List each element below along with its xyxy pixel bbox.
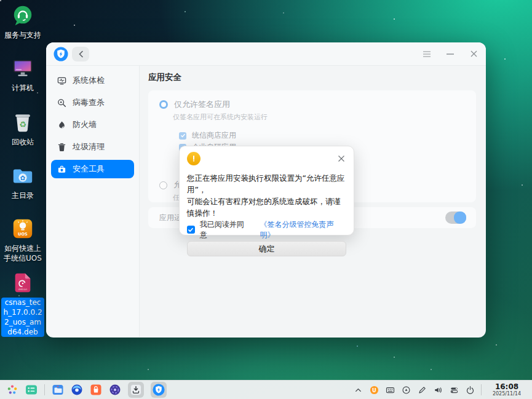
virus-scan-icon bbox=[57, 98, 66, 108]
menu-button[interactable] bbox=[422, 49, 432, 59]
confirm-button[interactable]: 确定 bbox=[187, 241, 346, 256]
minimize-button[interactable] bbox=[445, 49, 455, 59]
tray-assistant-icon[interactable] bbox=[401, 385, 411, 395]
sidebar-item-label: 系统体检 bbox=[73, 75, 105, 86]
dialog-message: 您正在将应用安装执行权限设置为“允许任意应用”， 可能会让有害程序对您的系统造成… bbox=[187, 172, 346, 219]
agree-label: 我已阅读并同意 bbox=[200, 219, 250, 240]
launcher-icon[interactable] bbox=[6, 384, 18, 396]
agree-row[interactable]: 我已阅读并同意 《签名分级管控免责声明》 bbox=[187, 224, 346, 235]
radio-description: 仅签名应用可在系统内安装运行 bbox=[173, 113, 465, 122]
chevron-left-icon bbox=[78, 50, 84, 58]
clock-date: 2025/11/14 bbox=[488, 392, 526, 397]
sidebar-item-virus-scan[interactable]: 病毒查杀 bbox=[51, 93, 134, 112]
computer-icon bbox=[11, 57, 34, 80]
browser-icon[interactable] bbox=[71, 384, 83, 396]
minimize-icon bbox=[447, 53, 454, 55]
tray-volume-icon[interactable] bbox=[433, 385, 443, 395]
desktop-icon-service-support[interactable]: 服务与支持 bbox=[1, 4, 44, 40]
toggle-knob bbox=[454, 211, 466, 224]
titlebar bbox=[46, 42, 486, 66]
sidebar-item-label: 病毒查杀 bbox=[73, 97, 105, 108]
desktop-icon-label: 计算机 bbox=[12, 83, 34, 93]
dialog-message-line1: 您正在将应用安装执行权限设置为“允许任意应用”， bbox=[187, 172, 346, 196]
trash-cleanup-icon bbox=[57, 143, 66, 152]
close-button[interactable] bbox=[469, 49, 478, 59]
deb-package-icon: debian bbox=[11, 271, 34, 294]
desktop: 服务与支持 计算机 ♻ 回收站 主目录 bbox=[0, 0, 532, 399]
desktop-icon-computer[interactable]: 计算机 bbox=[1, 57, 44, 93]
svg-text:UOS: UOS bbox=[18, 232, 28, 237]
dialog-close-button[interactable] bbox=[338, 153, 346, 162]
sidebar-item-label: 垃圾清理 bbox=[73, 141, 105, 152]
clock-time: 16:08 bbox=[488, 383, 526, 390]
deb-installer-taskbar-item[interactable] bbox=[128, 382, 144, 398]
desktop-icon-uos-guide[interactable]: UOS 如何快速上手统信UOS bbox=[1, 217, 44, 263]
desktop-icon-label: 如何快速上手统信UOS bbox=[2, 243, 43, 263]
radio-selected-icon[interactable] bbox=[159, 100, 168, 109]
system-check-icon bbox=[57, 76, 66, 85]
security-tools-icon bbox=[57, 165, 66, 174]
sidebar: 系统体检 病毒查杀 防火墙 bbox=[46, 66, 140, 337]
firewall-icon bbox=[57, 120, 66, 130]
svg-text:♻: ♻ bbox=[19, 120, 26, 129]
runtime-toggle-switch[interactable] bbox=[445, 211, 466, 224]
page-title: 应用安全 bbox=[148, 72, 476, 84]
check-icon bbox=[180, 133, 186, 138]
close-icon bbox=[470, 50, 477, 57]
security-center-icon bbox=[153, 384, 165, 396]
deb-installer-icon bbox=[130, 384, 142, 396]
tray-uos-update-icon[interactable]: U bbox=[369, 385, 379, 395]
agree-checkbox-checked[interactable] bbox=[187, 226, 195, 234]
file-manager-icon[interactable] bbox=[52, 384, 64, 396]
sidebar-item-system-check[interactable]: 系统体检 bbox=[51, 71, 134, 90]
desktop-icon-trash[interactable]: ♻ 回收站 bbox=[1, 111, 44, 147]
svg-text:debian: debian bbox=[18, 288, 28, 291]
checkbox-label: 统信商店应用 bbox=[192, 130, 236, 141]
home-folder-icon bbox=[11, 164, 34, 188]
sidebar-item-label: 防火墙 bbox=[73, 119, 97, 130]
security-center-taskbar-item[interactable] bbox=[151, 382, 167, 398]
desktop-icon-deb-file[interactable]: debian csnas_tech_17.0.0.22_uos_amd64.de… bbox=[1, 271, 44, 337]
sidebar-item-cleanup[interactable]: 垃圾清理 bbox=[51, 138, 134, 156]
disclaimer-link[interactable]: 《签名分级管控免责声明》 bbox=[260, 219, 346, 240]
hamburger-menu-icon bbox=[423, 51, 431, 57]
desktop-icon-label: 服务与支持 bbox=[4, 30, 41, 40]
radio-signed-apps-only[interactable]: 仅允许签名应用 bbox=[159, 99, 465, 110]
desktop-icon-home[interactable]: 主目录 bbox=[1, 164, 44, 200]
tray-dock-settings-icon[interactable] bbox=[449, 385, 459, 395]
tray-expand-icon[interactable] bbox=[353, 385, 363, 395]
desktop-icon-label: 主目录 bbox=[12, 191, 34, 200]
sidebar-item-firewall[interactable]: 防火墙 bbox=[51, 116, 134, 134]
tray-power-icon[interactable] bbox=[465, 385, 475, 395]
back-button[interactable] bbox=[72, 47, 89, 61]
checkbox-checked-icon[interactable] bbox=[179, 132, 186, 140]
radio-label: 仅允许签名应用 bbox=[174, 99, 230, 110]
wallpaper-stars bbox=[0, 0, 1, 1]
warning-dialog: 您正在将应用安装执行权限设置为“允许任意应用”， 可能会让有害程序对您的系统造成… bbox=[179, 146, 354, 235]
svg-text:U: U bbox=[372, 387, 376, 393]
close-icon bbox=[338, 155, 345, 162]
warning-icon bbox=[187, 152, 200, 165]
radio-unselected-icon[interactable] bbox=[159, 181, 167, 189]
tray-separator bbox=[481, 384, 482, 395]
desktop-icon-label-selected: csnas_tech_17.0.0.22_uos_amd64.deb bbox=[1, 298, 44, 337]
desktop-icon-label: 回收站 bbox=[12, 137, 34, 147]
taskbar-clock[interactable]: 16:08 2025/11/14 bbox=[488, 383, 526, 397]
launchpad-icon[interactable] bbox=[25, 384, 38, 396]
control-hub-icon[interactable] bbox=[109, 384, 121, 396]
uos-guide-icon: UOS bbox=[11, 217, 34, 240]
tray-keyboard-icon[interactable] bbox=[385, 385, 395, 395]
taskbar-separator bbox=[44, 384, 45, 395]
check-icon bbox=[188, 227, 194, 233]
taskbar: U bbox=[0, 380, 532, 399]
security-center-app-icon bbox=[54, 47, 68, 61]
tray-annotate-pen-icon[interactable] bbox=[417, 385, 427, 395]
sidebar-item-security-tools[interactable]: 安全工具 bbox=[51, 160, 134, 178]
service-support-icon bbox=[11, 4, 34, 27]
sidebar-item-label: 安全工具 bbox=[73, 164, 105, 175]
trash-icon: ♻ bbox=[11, 111, 34, 134]
dialog-message-line2: 可能会让有害程序对您的系统造成破坏，请谨慎操作！ bbox=[187, 196, 346, 219]
checkbox-row-uos-store[interactable]: 统信商店应用 bbox=[179, 130, 465, 141]
app-store-icon[interactable] bbox=[90, 384, 102, 396]
